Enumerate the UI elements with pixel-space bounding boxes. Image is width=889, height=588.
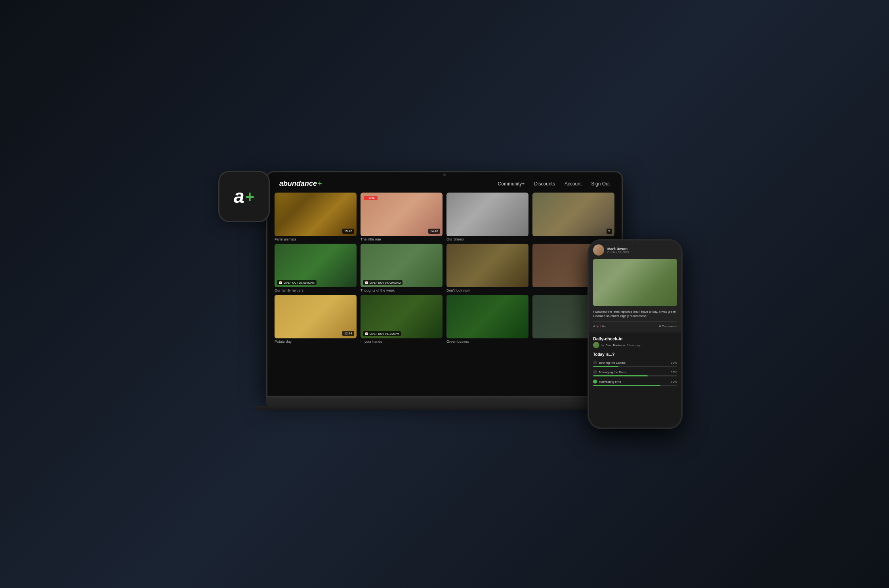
poll-label-3: Harvesting time bbox=[599, 380, 621, 384]
duration-badge-c2: 5 bbox=[607, 229, 612, 234]
video-card-leaves[interactable]: Green Leaves bbox=[446, 295, 528, 344]
video-card-hands[interactable]: 📅 LIVE • NOV 04, 2:00PM In your hands bbox=[361, 295, 443, 344]
poll-pct-3: 80% bbox=[671, 380, 677, 384]
laptop-screen: abundance + Community+ Discounts Account… bbox=[267, 172, 622, 396]
video-grid: 15:45 Farm animals LIVE bbox=[267, 193, 622, 396]
video-title: Farm animals bbox=[275, 237, 357, 241]
website: abundance + Community+ Discounts Account… bbox=[267, 172, 622, 396]
duration-badge-pig: 14:48 bbox=[428, 229, 440, 234]
poll-by-text: by bbox=[601, 344, 604, 347]
post-text: I watched the latest episode and I have … bbox=[593, 309, 677, 318]
nav-discounts[interactable]: Discounts bbox=[534, 181, 555, 187]
poll-option-2[interactable]: Managing the Farm 65% bbox=[593, 370, 677, 376]
phone: Mark Devon October 03, 2023 I watched th… bbox=[588, 239, 683, 429]
like-label: Like bbox=[600, 325, 606, 328]
laptop-body: abundance + Community+ Discounts Account… bbox=[266, 171, 623, 397]
poll-bar-fill-3 bbox=[593, 385, 660, 386]
video-title-family: Our family helpers bbox=[275, 288, 357, 292]
video-title-man: Thoughts of the week bbox=[361, 288, 443, 292]
poll-title: Daily-check-in bbox=[593, 336, 677, 341]
video-title-potatoes: Potato day bbox=[275, 340, 357, 344]
post-comments[interactable]: 6 Comments bbox=[659, 325, 677, 328]
poll-pct-1: 30% bbox=[671, 361, 677, 365]
video-row-1: 15:45 Farm animals LIVE bbox=[275, 193, 614, 241]
app-icon-letter: a bbox=[234, 187, 244, 206]
video-row-3: 12:34 Potato day 📅 LIVE • NOV 04, 2:00PM bbox=[275, 295, 614, 344]
poll-dot-3 bbox=[593, 380, 597, 384]
live-badge: LIVE bbox=[364, 196, 378, 200]
poll-label-1: Birthing the Lambs bbox=[599, 361, 626, 365]
nav-logo-text: abundance bbox=[279, 179, 317, 188]
scene: a + abundance + Community+ Discou bbox=[222, 147, 667, 441]
poll-dot-2 bbox=[593, 370, 597, 374]
video-title-cow: Don't look now bbox=[446, 288, 528, 292]
laptop-base bbox=[266, 397, 623, 406]
live-label: LIVE bbox=[369, 197, 375, 199]
video-card-sheep[interactable]: Our Sheep bbox=[446, 193, 528, 241]
nav-links: Community+ Discounts Account Sign Out bbox=[498, 181, 610, 187]
poll-section: Daily-check-in by Dean Madason 2 hours a… bbox=[589, 332, 681, 428]
live-date-family: LIVE • OCT 28, 09:00AM bbox=[284, 281, 315, 284]
poll-bar-bg-2 bbox=[593, 375, 677, 376]
video-card-man[interactable]: 📅 LIVE • NOV 04, 09:00AM Thoughts of the… bbox=[361, 244, 443, 292]
poll-bar-fill-1 bbox=[593, 366, 618, 367]
laptop-camera bbox=[443, 174, 446, 176]
app-icon-plus: + bbox=[245, 189, 254, 204]
nav-account[interactable]: Account bbox=[565, 181, 582, 187]
nav-logo-plus-icon: + bbox=[318, 179, 322, 188]
poll-by: by Dean Madason 2 hours ago bbox=[593, 342, 677, 348]
poll-dot-1 bbox=[593, 361, 597, 365]
poll-avatar bbox=[593, 342, 599, 348]
video-row-2: 📅 LIVE • OCT 28, 09:00AM Our family help… bbox=[275, 244, 614, 292]
poll-bar-fill-2 bbox=[593, 375, 648, 376]
scheduled-badge-hands: 📅 LIVE • NOV 04, 2:00PM bbox=[363, 331, 401, 336]
poll-author: Dean Madason bbox=[605, 344, 625, 347]
post-section: Mark Devon October 03, 2023 I watched th… bbox=[589, 241, 681, 332]
video-title-hands: In your hands bbox=[361, 340, 443, 344]
poll-option-3[interactable]: Harvesting time 80% bbox=[593, 380, 677, 386]
poll-time: 2 hours ago bbox=[627, 344, 641, 347]
scheduled-badge-man: 📅 LIVE • NOV 04, 09:00AM bbox=[363, 280, 403, 285]
laptop-foot bbox=[254, 406, 635, 410]
duration-badge-potatoes: 12:34 bbox=[342, 331, 354, 336]
post-avatar bbox=[593, 244, 604, 256]
poll-bar-bg-1 bbox=[593, 366, 677, 367]
heart-icon: ♥ bbox=[596, 324, 599, 328]
poll-label-2: Managing the Farm bbox=[599, 370, 626, 374]
like-count: 4 bbox=[593, 325, 595, 328]
post-author: Mark Devon bbox=[607, 247, 629, 251]
poll-pct-2: 65% bbox=[671, 370, 677, 374]
video-card-chicken[interactable]: 15:45 Farm animals bbox=[275, 193, 357, 241]
phone-camera bbox=[634, 244, 636, 246]
poll-option-1[interactable]: Birthing the Lambs 30% bbox=[593, 361, 677, 367]
post-meta: Mark Devon October 03, 2023 bbox=[607, 247, 629, 254]
video-title-leaves: Green Leaves bbox=[446, 340, 528, 344]
poll-bar-bg-3 bbox=[593, 385, 677, 386]
video-card-family[interactable]: 📅 LIVE • OCT 28, 09:00AM Our family help… bbox=[275, 244, 357, 292]
scheduled-badge-family: 📅 LIVE • OCT 28, 09:00AM bbox=[277, 280, 317, 285]
post-actions: 4 ♥ Like 6 Comments bbox=[593, 321, 677, 328]
live-date-hands: LIVE • NOV 04, 2:00PM bbox=[370, 332, 399, 335]
video-card-cow[interactable]: Don't look now bbox=[446, 244, 528, 292]
app-icon: a + bbox=[218, 171, 270, 222]
video-card-pig[interactable]: LIVE 14:48 The little one bbox=[361, 193, 443, 241]
nav-logo[interactable]: abundance + bbox=[279, 179, 322, 188]
video-card-potatoes[interactable]: 12:34 Potato day bbox=[275, 295, 357, 344]
nav-community[interactable]: Community+ bbox=[498, 181, 525, 187]
phone-body: Mark Devon October 03, 2023 I watched th… bbox=[588, 239, 683, 429]
video-title-pig: The little one bbox=[361, 237, 443, 241]
duration-badge: 15:45 bbox=[342, 229, 354, 234]
poll-question: Today is...? bbox=[593, 352, 677, 357]
live-date-man: LIVE • NOV 04, 09:00AM bbox=[370, 281, 401, 284]
post-image bbox=[593, 259, 677, 306]
post-likes[interactable]: 4 ♥ Like bbox=[593, 324, 606, 328]
nav-signout[interactable]: Sign Out bbox=[591, 181, 610, 187]
navbar: abundance + Community+ Discounts Account… bbox=[267, 179, 622, 193]
laptop: abundance + Community+ Discounts Account… bbox=[266, 171, 623, 417]
phone-screen: Mark Devon October 03, 2023 I watched th… bbox=[589, 241, 681, 428]
post-date: October 03, 2023 bbox=[607, 251, 629, 254]
video-card-chicken2[interactable]: 5 bbox=[532, 193, 614, 241]
video-title-sheep: Our Sheep bbox=[446, 237, 528, 241]
